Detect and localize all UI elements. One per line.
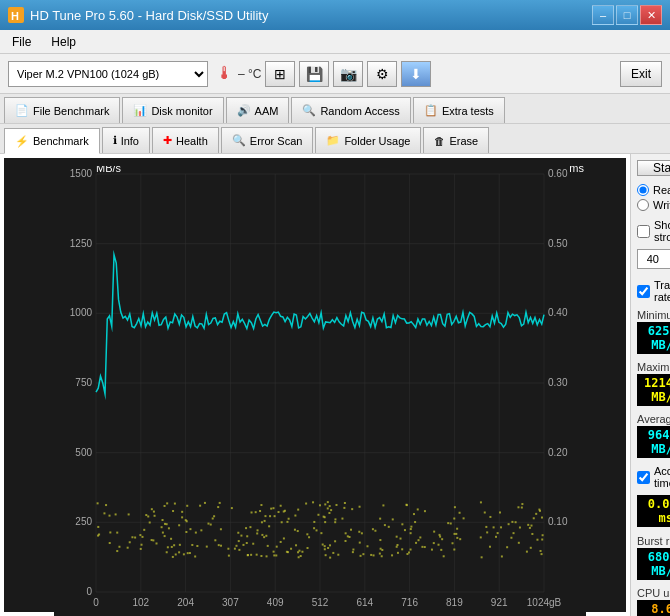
- menu-bar: File Help: [0, 30, 670, 54]
- short-stroke-checkbox[interactable]: [637, 225, 650, 238]
- burst-rate-label: Burst rate: [637, 535, 670, 547]
- extra-tests-label: Extra tests: [442, 105, 494, 117]
- benchmark-icon: ⚡: [15, 135, 29, 148]
- erase-icon: 🗑: [434, 135, 445, 147]
- folder-usage-icon: 📁: [326, 134, 340, 147]
- average-label: Average: [637, 413, 670, 425]
- exit-button[interactable]: Exit: [620, 61, 662, 87]
- health-label: Health: [176, 135, 208, 147]
- transfer-rate-checkbox[interactable]: [637, 285, 650, 298]
- temperature-value: – °C: [238, 67, 261, 81]
- main-content: Start Read Write Short stroke gB Transfe…: [0, 154, 670, 616]
- maximum-value: 1214.6 MB/s: [637, 374, 670, 406]
- tab-random-access[interactable]: 🔍 Random Access: [291, 97, 410, 123]
- read-radio-label[interactable]: Read: [637, 184, 670, 196]
- short-stroke-input[interactable]: [637, 249, 670, 269]
- tab-extra-tests[interactable]: 📋 Extra tests: [413, 97, 505, 123]
- cpu-usage-label: CPU usage: [637, 587, 670, 599]
- access-time-label: Access time: [654, 465, 670, 489]
- error-scan-icon: 🔍: [232, 134, 246, 147]
- right-panel: Start Read Write Short stroke gB Transfe…: [630, 154, 670, 616]
- chart-area: [4, 158, 626, 612]
- write-radio-label[interactable]: Write: [637, 199, 670, 211]
- temperature-display: 🌡 – °C: [216, 63, 261, 84]
- toolbar-btn-5[interactable]: ⬇: [401, 61, 431, 87]
- thermometer-icon: 🌡: [216, 63, 234, 84]
- burst-rate-section: Burst rate 680.9 MB/s: [637, 535, 670, 580]
- read-label: Read: [653, 184, 670, 196]
- drive-selector[interactable]: Viper M.2 VPN100 (1024 gB): [8, 61, 208, 87]
- info-label: Info: [121, 135, 139, 147]
- read-radio[interactable]: [637, 184, 649, 196]
- menu-help[interactable]: Help: [47, 33, 80, 51]
- short-stroke-checkbox-label[interactable]: Short stroke: [637, 219, 670, 243]
- extra-tests-icon: 📋: [424, 104, 438, 117]
- burst-rate-value: 680.9 MB/s: [637, 548, 670, 580]
- window-title: HD Tune Pro 5.60 - Hard Disk/SSD Utility: [30, 8, 268, 23]
- toolbar-btn-3[interactable]: 📷: [333, 61, 363, 87]
- minimize-button[interactable]: –: [592, 5, 614, 25]
- maximum-section: Maximum 1214.6 MB/s: [637, 361, 670, 406]
- random-access-label: Random Access: [320, 105, 399, 117]
- tab-aam[interactable]: 🔊 AAM: [226, 97, 290, 123]
- svg-text:H: H: [11, 10, 19, 22]
- tab-folder-usage[interactable]: 📁 Folder Usage: [315, 127, 421, 153]
- tab-erase[interactable]: 🗑 Erase: [423, 127, 489, 153]
- tab-disk-monitor[interactable]: 📊 Disk monitor: [122, 97, 223, 123]
- toolbar-btn-2[interactable]: 💾: [299, 61, 329, 87]
- access-time-value: 0.080 ms: [637, 495, 670, 527]
- average-section: Average 964.5 MB/s: [637, 413, 670, 458]
- tab-row-1: 📄 File Benchmark 📊 Disk monitor 🔊 AAM 🔍 …: [0, 94, 670, 124]
- start-button[interactable]: Start: [637, 160, 670, 176]
- maximize-button[interactable]: □: [616, 5, 638, 25]
- read-write-group: Read Write: [637, 184, 670, 211]
- transfer-rate-label: Transfer rate: [654, 279, 670, 303]
- aam-icon: 🔊: [237, 104, 251, 117]
- file-benchmark-icon: 📄: [15, 104, 29, 117]
- window-controls: – □ ✕: [592, 5, 662, 25]
- aam-label: AAM: [255, 105, 279, 117]
- file-benchmark-label: File Benchmark: [33, 105, 109, 117]
- access-time-checkbox-label[interactable]: Access time: [637, 465, 670, 489]
- average-value: 964.5 MB/s: [637, 426, 670, 458]
- minimum-section: Minimum 625.4 MB/s: [637, 309, 670, 354]
- short-stroke-row: gB: [637, 249, 670, 269]
- random-access-icon: 🔍: [302, 104, 316, 117]
- tab-file-benchmark[interactable]: 📄 File Benchmark: [4, 97, 120, 123]
- disk-monitor-icon: 📊: [133, 104, 147, 117]
- close-button[interactable]: ✕: [640, 5, 662, 25]
- benchmark-chart: [54, 166, 586, 616]
- folder-usage-label: Folder Usage: [344, 135, 410, 147]
- error-scan-label: Error Scan: [250, 135, 303, 147]
- benchmark-label: Benchmark: [33, 135, 89, 147]
- write-radio[interactable]: [637, 199, 649, 211]
- maximum-label: Maximum: [637, 361, 670, 373]
- transfer-rate-checkbox-label[interactable]: Transfer rate: [637, 279, 670, 303]
- short-stroke-label: Short stroke: [654, 219, 670, 243]
- menu-file[interactable]: File: [8, 33, 35, 51]
- write-label: Write: [653, 199, 670, 211]
- toolbar: Viper M.2 VPN100 (1024 gB) 🌡 – °C ⊞ 💾 📷 …: [0, 54, 670, 94]
- minimum-label: Minimum: [637, 309, 670, 321]
- erase-label: Erase: [449, 135, 478, 147]
- tab-health[interactable]: ✚ Health: [152, 127, 219, 153]
- minimum-value: 625.4 MB/s: [637, 322, 670, 354]
- toolbar-btn-4[interactable]: ⚙: [367, 61, 397, 87]
- info-icon: ℹ: [113, 134, 117, 147]
- tab-info[interactable]: ℹ Info: [102, 127, 150, 153]
- toolbar-btn-1[interactable]: ⊞: [265, 61, 295, 87]
- cpu-usage-value: 8.6%: [637, 600, 670, 616]
- tab-benchmark[interactable]: ⚡ Benchmark: [4, 128, 100, 154]
- tab-error-scan[interactable]: 🔍 Error Scan: [221, 127, 314, 153]
- health-icon: ✚: [163, 134, 172, 147]
- access-time-checkbox[interactable]: [637, 471, 650, 484]
- title-bar: H HD Tune Pro 5.60 - Hard Disk/SSD Utili…: [0, 0, 670, 30]
- app-icon: H: [8, 7, 24, 23]
- disk-monitor-label: Disk monitor: [151, 105, 212, 117]
- tab-row-2: ⚡ Benchmark ℹ Info ✚ Health 🔍 Error Scan…: [0, 124, 670, 154]
- cpu-usage-section: CPU usage 8.6%: [637, 587, 670, 616]
